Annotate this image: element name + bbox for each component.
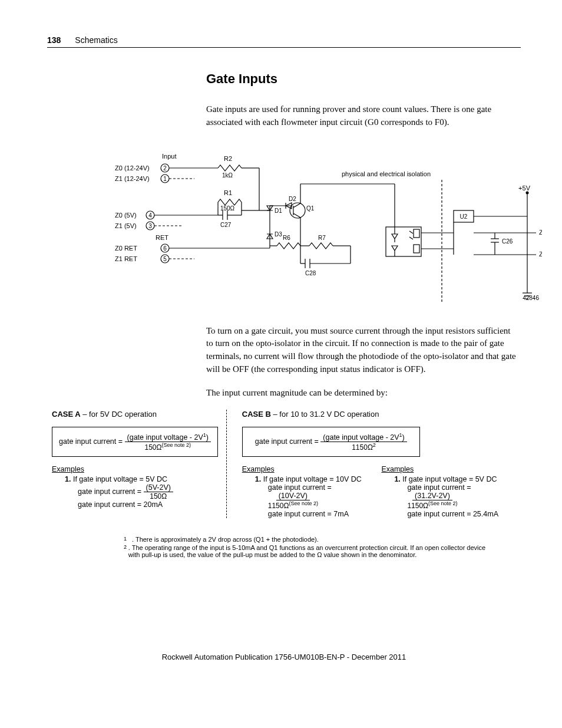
case-a: CASE A – for 5V DC operation gate input … [52, 410, 226, 518]
svg-rect-70 [386, 227, 421, 256]
svg-text:R2: R2 [224, 155, 232, 162]
case-b-title: CASE B – for 10 to 31.2 V DC operation [242, 410, 521, 419]
svg-rect-72 [414, 245, 419, 253]
svg-text:D3: D3 [275, 231, 282, 238]
svg-text:Z1 (5V): Z1 (5V) [115, 222, 137, 229]
svg-text:R6: R6 [283, 235, 290, 241]
svg-text:1: 1 [163, 176, 167, 182]
svg-text:Z0: Z0 [539, 229, 542, 236]
section-title: Gate Inputs [206, 71, 521, 87]
svg-text:Z0 (12-24V): Z0 (12-24V) [115, 164, 150, 172]
svg-text:4: 4 [148, 212, 152, 219]
svg-text:R1: R1 [224, 189, 232, 196]
page-number: 138 [47, 35, 61, 45]
svg-text:Z0 RET: Z0 RET [115, 245, 137, 252]
paragraph-intro: Gate inputs are used for running prover … [206, 103, 518, 129]
page-footer: Rockwell Automation Publication 1756-UM0… [47, 653, 521, 661]
svg-text:C26: C26 [502, 238, 513, 245]
svg-line-47 [293, 203, 300, 207]
svg-text:5: 5 [163, 256, 167, 262]
svg-text:C27: C27 [220, 222, 232, 228]
svg-point-75 [526, 191, 529, 194]
svg-text:Z1 (12-24V): Z1 (12-24V) [115, 175, 150, 182]
case-b: CASE B – for 10 to 31.2 V DC operation g… [226, 410, 521, 518]
svg-line-48 [293, 213, 300, 218]
svg-text:3: 3 [148, 223, 152, 229]
page-content: 138 Schematics Gate Inputs Gate inputs a… [0, 0, 562, 685]
case-a-examples-label: Examples [52, 465, 226, 473]
paragraph-formula-lead: The input current magnitude can be deter… [206, 387, 518, 400]
svg-text:+5V: +5V [518, 185, 531, 192]
svg-text:C28: C28 [305, 270, 316, 276]
case-a-example-1: 1. If gate input voltage = 5V DC gate in… [65, 475, 226, 509]
svg-text:42846: 42846 [523, 295, 539, 301]
case-b-formula: gate input current = (gate input voltage… [242, 427, 420, 457]
svg-text:Z1: Z1 [539, 251, 542, 258]
case-b-example-2: Examples 1. If gate input voltage = 5V D… [381, 465, 521, 518]
case-a-formula: gate input current = (gate input voltage… [52, 427, 218, 457]
svg-text:Z0 (5V): Z0 (5V) [115, 212, 137, 219]
svg-text:U2: U2 [460, 213, 468, 220]
schematic-diagram: .l { stroke:#000; stroke-width:1.2; fill… [82, 151, 542, 305]
svg-text:Z1 RET: Z1 RET [115, 255, 137, 262]
case-a-title: CASE A – for 5V DC operation [52, 410, 226, 419]
case-b-example-1: Examples 1. If gate input voltage = 10V … [242, 465, 382, 518]
footnotes: 1. There is approximately a 2V drop acro… [124, 536, 489, 558]
svg-text:D1: D1 [275, 207, 282, 214]
page-header: 138 Schematics [47, 35, 521, 48]
svg-text:Input: Input [162, 153, 176, 160]
cases-row: CASE A – for 5V DC operation gate input … [52, 410, 521, 518]
svg-text:RET: RET [156, 234, 168, 241]
svg-text:1kΩ: 1kΩ [222, 172, 233, 179]
svg-text:Q1: Q1 [306, 205, 315, 212]
svg-text:D2: D2 [289, 196, 296, 202]
svg-text:R7: R7 [318, 235, 326, 241]
svg-text:6: 6 [163, 245, 167, 252]
paragraph-operation: To turn on a gate circuit, you must sour… [206, 325, 518, 376]
svg-rect-71 [414, 229, 419, 238]
svg-text:2: 2 [163, 165, 167, 172]
svg-text:physical and electrical isolat: physical and electrical isolation [342, 170, 431, 177]
chapter-name: Schematics [75, 35, 117, 45]
